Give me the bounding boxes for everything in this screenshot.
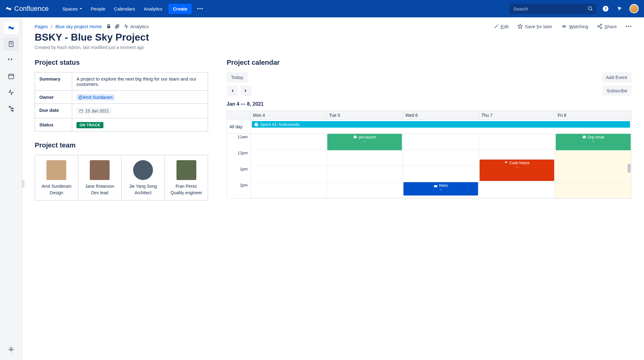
rail-settings[interactable] — [4, 343, 19, 356]
calendar-slot[interactable] — [250, 182, 326, 198]
calendar-event[interactable]: Retro═ — [403, 182, 478, 195]
event-resize-handle[interactable]: ═ — [592, 140, 594, 143]
svg-rect-30 — [434, 184, 437, 185]
rail-pages[interactable] — [4, 37, 19, 51]
calendar-day-col[interactable]: pre-launch═ — [327, 134, 403, 198]
calendar-header: Mon 4Tue 5Wed 6Thu 7Fri 8 — [227, 111, 631, 120]
calendar-slot[interactable] — [555, 182, 631, 198]
share-action[interactable]: Share — [597, 24, 617, 29]
nav-spaces[interactable]: Spaces — [59, 4, 86, 14]
calendar-slot[interactable] — [403, 166, 479, 182]
calendar-slot[interactable] — [327, 182, 402, 198]
nav-analytics[interactable]: Analytics — [140, 4, 166, 14]
scrollbar-thumb[interactable] — [628, 164, 631, 173]
calendar-event[interactable]: pre-launch═ — [327, 134, 402, 150]
nav-more-button[interactable] — [194, 6, 206, 12]
pulse-icon — [7, 89, 15, 96]
calendar-slot[interactable] — [327, 166, 402, 182]
product-logo[interactable]: Confluence — [5, 5, 49, 13]
calendar-slot[interactable] — [403, 150, 479, 166]
calendar-slot[interactable] — [250, 166, 326, 182]
calendar-slot[interactable] — [250, 150, 326, 166]
calendar-day-col[interactable]: Code freeze═ — [479, 134, 555, 198]
calendar-slot[interactable] — [555, 150, 631, 166]
dots-icon — [197, 8, 203, 9]
calendar-range: Jan 4 — 8, 2021 — [227, 101, 632, 107]
quote-icon — [7, 56, 15, 64]
rail-calendar[interactable] — [4, 69, 19, 83]
team-member[interactable]: Jie Yang SongArchitect — [122, 155, 165, 200]
team-member-name: Jie Yang Song — [124, 183, 162, 190]
rail-analytics[interactable] — [4, 86, 19, 99]
status-lozenge: ON TRACK — [76, 122, 103, 128]
rail-tree[interactable] — [4, 102, 19, 115]
prev-button[interactable] — [227, 86, 238, 96]
save-action[interactable]: Save for later — [517, 24, 552, 29]
attachment-icon[interactable] — [115, 24, 120, 29]
next-button[interactable] — [240, 86, 251, 96]
breadcrumb-analytics[interactable]: Analytics — [124, 24, 149, 29]
event-resize-handle[interactable]: ═ — [364, 140, 366, 143]
lock-icon[interactable] — [106, 24, 111, 29]
calendar-slot[interactable] — [403, 134, 479, 150]
calendar-allday-row: All day Sprint 41: Andromeda — [227, 120, 631, 134]
allday-event[interactable]: Sprint 41: Andromeda — [252, 121, 630, 128]
help-button[interactable]: ? — [601, 4, 611, 14]
calendar-event[interactable]: Drip email═ — [556, 134, 631, 150]
owner-mention[interactable]: @Amit Sundaram — [76, 94, 115, 100]
calendar-event[interactable]: Code freeze═ — [480, 160, 554, 181]
event-resize-handle[interactable]: ═ — [440, 188, 442, 191]
table-row: Due date 15 Jan 2021 — [35, 104, 208, 118]
calendar-day-header: Fri 8 — [555, 111, 631, 120]
team-member[interactable]: Fran PerezQuality engineer — [165, 155, 208, 200]
calendar-slot[interactable] — [479, 134, 555, 150]
edit-action[interactable]: Edit — [494, 24, 509, 29]
notifications-button[interactable] — [615, 4, 625, 14]
svg-point-17 — [10, 349, 12, 350]
svg-point-20 — [600, 27, 602, 29]
calendar-day-col[interactable]: Retro═ — [403, 134, 479, 198]
calendar-slot[interactable] — [479, 182, 555, 198]
breadcrumb-parent[interactable]: Blue sky project Home — [55, 24, 102, 29]
create-button[interactable]: Create — [168, 4, 192, 14]
calendar-body: 11am12pm1pm2pmpre-launch═Retro═Code free… — [227, 134, 631, 198]
bell-icon — [617, 6, 623, 12]
breadcrumb-pages[interactable]: Pages — [35, 24, 48, 29]
calendar-day-col[interactable]: Drip email═ — [555, 134, 631, 198]
team-member[interactable]: Jane RotansonDev lead — [78, 155, 122, 200]
svg-rect-10 — [8, 74, 14, 79]
due-date-chip[interactable]: 15 Jan 2021 — [76, 108, 111, 114]
calendar-slot[interactable] — [327, 150, 402, 166]
avatar — [90, 160, 110, 180]
status-table: Summary A project to explore the next bi… — [35, 72, 208, 131]
search-input[interactable] — [510, 4, 596, 14]
calendar-slot[interactable] — [250, 134, 326, 150]
sprint-icon — [254, 122, 259, 127]
rail-space-logo[interactable] — [4, 21, 19, 35]
table-row: Summary A project to explore the next bi… — [35, 72, 208, 91]
add-event-button[interactable]: Add Event — [602, 72, 632, 82]
left-rail — [0, 17, 22, 360]
search-icon — [588, 6, 593, 11]
calendar-day-col[interactable] — [250, 134, 327, 198]
page-more-button[interactable] — [625, 26, 632, 27]
breadcrumb-sep: / — [51, 24, 52, 29]
search-box — [510, 4, 596, 14]
profile-button[interactable] — [629, 4, 639, 14]
svg-point-25 — [630, 26, 631, 27]
watching-action[interactable]: Watching — [561, 24, 588, 29]
team-member-role: Design — [37, 190, 76, 195]
summary-value: A project to explore the next big thing … — [72, 72, 208, 91]
rail-blog[interactable] — [4, 53, 19, 67]
pulse-icon — [124, 24, 129, 29]
calendar-slot[interactable] — [555, 166, 631, 182]
team-member[interactable]: Amit SunderamDesign — [35, 155, 78, 200]
tree-icon — [8, 105, 14, 112]
event-resize-handle[interactable]: ═ — [516, 166, 518, 169]
svg-point-19 — [598, 26, 599, 27]
subscribe-button[interactable]: Subscribe — [602, 86, 632, 96]
chevron-right-icon — [245, 89, 247, 93]
today-button[interactable]: Today — [227, 72, 248, 82]
nav-people[interactable]: People — [87, 4, 109, 14]
nav-calendars[interactable]: Calendars — [110, 4, 139, 14]
